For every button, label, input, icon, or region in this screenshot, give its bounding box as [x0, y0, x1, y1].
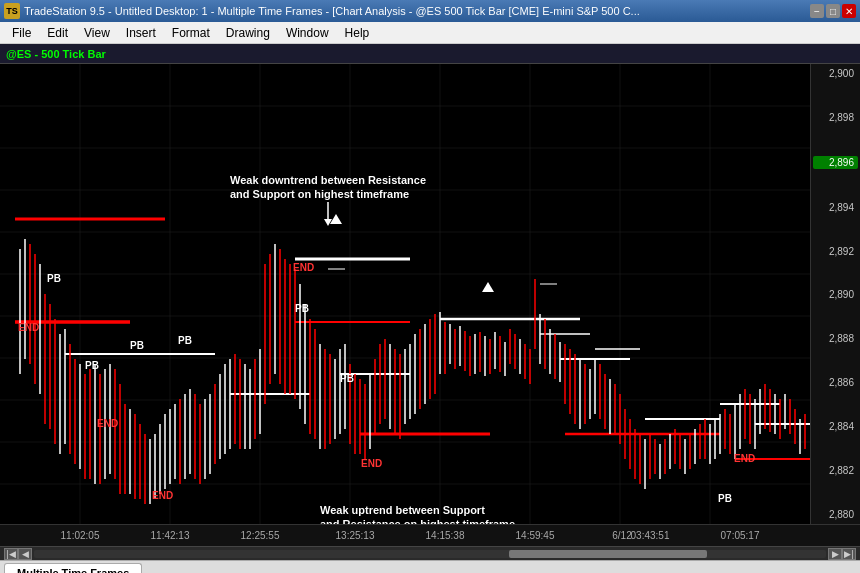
time-label-2: 11:42:13	[151, 530, 190, 541]
svg-text:END: END	[152, 490, 173, 501]
svg-text:END: END	[734, 453, 755, 464]
time-label-5: 14:15:38	[426, 530, 465, 541]
price-2884: 2,884	[813, 421, 858, 432]
svg-text:PB: PB	[340, 373, 354, 384]
svg-text:END: END	[293, 262, 314, 273]
title-bar: TS TradeStation 9.5 - Untitled Desktop: …	[0, 0, 860, 22]
time-label-3: 12:25:55	[241, 530, 280, 541]
tab-bar: Multiple Time Frames	[0, 560, 860, 573]
menu-drawing[interactable]: Drawing	[218, 24, 278, 42]
menu-file[interactable]: File	[4, 24, 39, 42]
price-2880: 2,880	[813, 509, 858, 520]
menu-bar: File Edit View Insert Format Drawing Win…	[0, 22, 860, 44]
menu-help[interactable]: Help	[337, 24, 378, 42]
close-button[interactable]: ✕	[842, 4, 856, 18]
price-2882: 2,882	[813, 465, 858, 476]
minimize-button[interactable]: −	[810, 4, 824, 18]
svg-text:PB: PB	[295, 303, 309, 314]
menu-window[interactable]: Window	[278, 24, 337, 42]
maximize-button[interactable]: □	[826, 4, 840, 18]
window-controls: − □ ✕	[810, 4, 856, 18]
price-2892: 2,892	[813, 246, 858, 257]
time-label-4: 13:25:13	[336, 530, 375, 541]
svg-text:END: END	[361, 458, 382, 469]
time-label-8: 03:43:51	[631, 530, 670, 541]
chart-container: Weak downtrend between Resistance and Su…	[0, 64, 860, 524]
app-icon: TS	[4, 3, 20, 19]
price-2900: 2,900	[813, 68, 858, 79]
scroll-right-button[interactable]: ▶	[828, 548, 842, 560]
svg-text:END: END	[18, 322, 39, 333]
svg-text:and Support on highest timefra: and Support on highest timeframe	[230, 188, 409, 200]
menu-view[interactable]: View	[76, 24, 118, 42]
price-2888: 2,888	[813, 333, 858, 344]
svg-text:PB: PB	[718, 493, 732, 504]
price-2886: 2,886	[813, 377, 858, 388]
svg-rect-0	[0, 64, 810, 524]
time-label-9: 07:05:17	[721, 530, 760, 541]
price-2894: 2,894	[813, 202, 858, 213]
svg-text:PB: PB	[85, 360, 99, 371]
scroll-thumb[interactable]	[509, 550, 707, 558]
time-label-6: 14:59:45	[516, 530, 555, 541]
menu-format[interactable]: Format	[164, 24, 218, 42]
time-axis: 11:02:05 11:42:13 12:25:55 13:25:13 14:1…	[0, 524, 860, 546]
svg-text:END: END	[97, 418, 118, 429]
price-2890: 2,890	[813, 289, 858, 300]
menu-insert[interactable]: Insert	[118, 24, 164, 42]
window-title: TradeStation 9.5 - Untitled Desktop: 1 -…	[24, 5, 810, 17]
symbol-label: @ES - 500 Tick Bar	[6, 48, 106, 60]
time-label-1: 11:02:05	[61, 530, 100, 541]
price-2896-highlighted: 2,896	[813, 156, 858, 169]
svg-text:PB: PB	[130, 340, 144, 351]
svg-text:Weak uptrend between Support: Weak uptrend between Support	[320, 504, 485, 516]
scroll-first-button[interactable]: |◀	[4, 548, 18, 560]
chart-svg: Weak downtrend between Resistance and Su…	[0, 64, 810, 524]
symbol-bar: @ES - 500 Tick Bar	[0, 44, 860, 64]
menu-edit[interactable]: Edit	[39, 24, 76, 42]
scroll-last-button[interactable]: ▶|	[842, 548, 856, 560]
price-axis: 2,900 2,898 2,896 2,894 2,892 2,890 2,88…	[810, 64, 860, 524]
time-label-7: 6/12	[612, 530, 631, 541]
svg-text:PB: PB	[178, 335, 192, 346]
svg-text:Weak downtrend between Resista: Weak downtrend between Resistance	[230, 174, 426, 186]
scroll-bar: |◀ ◀ ▶ ▶|	[0, 546, 860, 560]
tab-multiple-time-frames[interactable]: Multiple Time Frames	[4, 563, 142, 573]
chart-canvas[interactable]: Weak downtrend between Resistance and Su…	[0, 64, 810, 524]
scroll-track[interactable]	[34, 550, 826, 558]
scroll-left-button[interactable]: ◀	[18, 548, 32, 560]
svg-text:PB: PB	[47, 273, 61, 284]
price-2898: 2,898	[813, 112, 858, 123]
